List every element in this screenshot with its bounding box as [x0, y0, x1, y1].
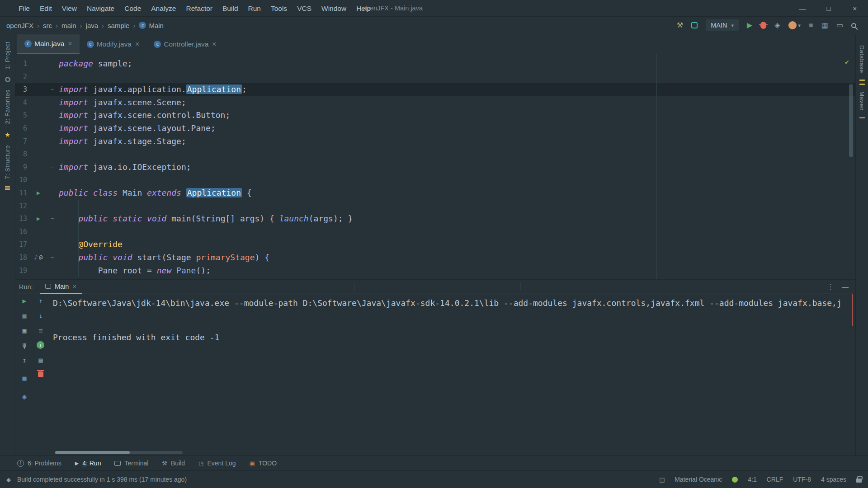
restore-layout-icon[interactable]: ▦ [19, 374, 30, 382]
override-marker-icon[interactable]: ♪@ [31, 251, 46, 264]
menu-edit[interactable]: Edit [35, 5, 57, 12]
breadcrumb-item-java[interactable]: java [86, 22, 99, 29]
toolwindow-button-problems[interactable]: !6: Problems [17, 460, 61, 467]
toolwindow-button-run[interactable]: ▶4: Run [75, 460, 101, 467]
fold-marker-icon[interactable]: − [46, 251, 59, 264]
build-hammer-icon[interactable]: ⚒ [677, 22, 683, 29]
breadcrumb-item-main[interactable]: Main [149, 22, 164, 29]
layout-icon[interactable]: ▭ [836, 22, 843, 29]
scroll-to-end-icon[interactable]: ↓ [37, 341, 44, 349]
menu-tools[interactable]: Tools [266, 5, 292, 12]
bookmarks-icon[interactable] [5, 186, 10, 188]
run-button[interactable]: ▶ [747, 22, 752, 29]
rerun-button[interactable]: ▶ [19, 297, 30, 305]
pin-icon[interactable]: ◉ [19, 393, 30, 401]
code-line[interactable]: 5import javafx.scene.control.Button; [15, 109, 855, 122]
toolwindow-button-terminal[interactable]: Terminal [114, 460, 148, 467]
fold-marker-icon[interactable]: − [46, 212, 59, 225]
frame-icon[interactable] [691, 22, 698, 28]
code-line[interactable]: 10 [15, 174, 855, 187]
code-editor[interactable]: 1package sample;23−import javafx.applica… [15, 54, 855, 279]
code-line[interactable]: 17 @Override [15, 238, 855, 251]
code-line[interactable]: 7import javafx.stage.Stage; [15, 135, 855, 148]
run-line-icon[interactable]: ▶ [31, 212, 46, 225]
camera-icon[interactable]: ▣ [19, 327, 30, 335]
soft-wrap-icon[interactable]: ≡ [35, 327, 46, 335]
run-configuration-select[interactable]: MAIN ▾ [706, 19, 739, 31]
code-line[interactable]: 9−import java.io.IOException; [15, 161, 855, 174]
print-icon[interactable]: ▤ [35, 356, 46, 364]
menu-navigate[interactable]: Navigate [82, 5, 119, 12]
tool-windows-grid-icon[interactable]: ▦ [821, 22, 828, 29]
line-separator[interactable]: CRLF [767, 476, 783, 483]
up-stack-trace-icon[interactable]: ↑ [35, 297, 46, 305]
run-console[interactable]: D:\Software\Java\jdk-14\bin\java.exe --m… [15, 294, 855, 455]
sidebar-item-structure[interactable]: 7: Structure [4, 145, 11, 179]
indent-style[interactable]: 4 spaces [821, 476, 846, 483]
console-horizontal-scrollbar[interactable] [55, 451, 183, 454]
breadcrumb-item-src[interactable]: src [43, 22, 52, 29]
search-icon[interactable] [851, 23, 856, 28]
debug-button[interactable] [760, 22, 766, 29]
coverage-icon[interactable]: ◈ [774, 22, 780, 29]
file-encoding[interactable]: UTF-8 [793, 476, 811, 483]
code-line[interactable]: 4import javafx.scene.Scene; [15, 96, 855, 109]
sidebar-item-maven[interactable]: Maven [859, 91, 865, 111]
target-icon[interactable] [5, 77, 10, 82]
menu-view[interactable]: View [57, 5, 82, 12]
warning-stripe-mark[interactable] [859, 84, 865, 85]
menu-build[interactable]: Build [217, 5, 243, 12]
code-line[interactable]: 8 [15, 148, 855, 161]
profile-menu[interactable]: ▾ [788, 21, 801, 29]
run-line-icon[interactable]: ▶ [31, 187, 46, 200]
stop-button[interactable]: ■ [19, 312, 30, 320]
close-button[interactable]: × [842, 0, 868, 17]
menu-file[interactable]: File [14, 5, 35, 12]
close-tab-icon[interactable]: × [212, 40, 216, 48]
minimize-button[interactable]: — [789, 0, 816, 17]
tab-modify-java[interactable]: cModify.java× [80, 34, 147, 54]
breadcrumb-item-main[interactable]: main [61, 22, 76, 29]
code-line[interactable]: 3−import javafx.application.Application; [15, 83, 855, 96]
menu-refactor[interactable]: Refactor [181, 5, 217, 12]
tab-main-java[interactable]: cMain.java× [17, 34, 80, 54]
code-line[interactable]: 2 [15, 70, 855, 84]
editor-scrollbar[interactable] [849, 84, 853, 157]
code-line[interactable]: 6import javafx.scene.layout.Pane; [15, 122, 855, 135]
tab-controller-java[interactable]: cController.java× [146, 34, 223, 54]
maximize-button[interactable]: □ [816, 0, 842, 17]
breadcrumb-item-sample[interactable]: sample [108, 22, 129, 29]
status-message[interactable]: Build completed successfully in 1 s 398 … [17, 476, 187, 483]
lock-icon[interactable] [856, 479, 862, 483]
code-line[interactable]: 12 [15, 200, 855, 213]
warning-stripe-mark[interactable] [859, 80, 865, 81]
code-line[interactable]: 11▶public class Main extends Application… [15, 187, 855, 200]
code-line[interactable]: 18♪@− public void start(Stage primarySta… [15, 251, 855, 264]
theme-color-dot[interactable] [732, 477, 738, 483]
scrollbar-thumb[interactable] [55, 451, 130, 454]
menu-code[interactable]: Code [119, 5, 146, 12]
star-icon[interactable]: ★ [5, 131, 10, 138]
sidebar-item-favorites[interactable]: 2: Favorites [4, 89, 11, 124]
breadcrumb-item-openjfx[interactable]: openJFX [6, 22, 33, 29]
sidebar-item-database[interactable]: Database [859, 45, 865, 73]
close-tab-icon[interactable]: × [135, 40, 139, 48]
run-tab-main[interactable]: Main × [40, 280, 82, 294]
code-line[interactable]: 13▶− public static void main(String[] ar… [15, 212, 855, 225]
code-line[interactable]: 16 [15, 225, 855, 239]
caret-position[interactable]: 4:1 [748, 476, 756, 483]
fold-marker-icon[interactable]: − [46, 161, 59, 174]
close-icon[interactable]: × [72, 282, 76, 290]
export-icon[interactable]: ↥ [19, 356, 30, 364]
theme-widget-icon[interactable]: ◫ [659, 476, 665, 483]
warning-stripe-mark[interactable] [859, 117, 865, 118]
sidebar-item-project[interactable]: 1: Project [4, 42, 11, 70]
code-line[interactable]: 1package sample; [15, 57, 855, 70]
toolwindow-button-todo[interactable]: ▣TODO [250, 460, 277, 467]
down-stack-trace-icon[interactable]: ↓ [35, 312, 46, 320]
plug-icon[interactable]: ψ [19, 341, 30, 349]
theme-name[interactable]: Material Oceanic [675, 476, 722, 483]
clear-all-icon[interactable] [38, 371, 43, 377]
menu-run[interactable]: Run [243, 5, 266, 12]
inspections-ok-icon[interactable]: ✔ [845, 58, 849, 66]
